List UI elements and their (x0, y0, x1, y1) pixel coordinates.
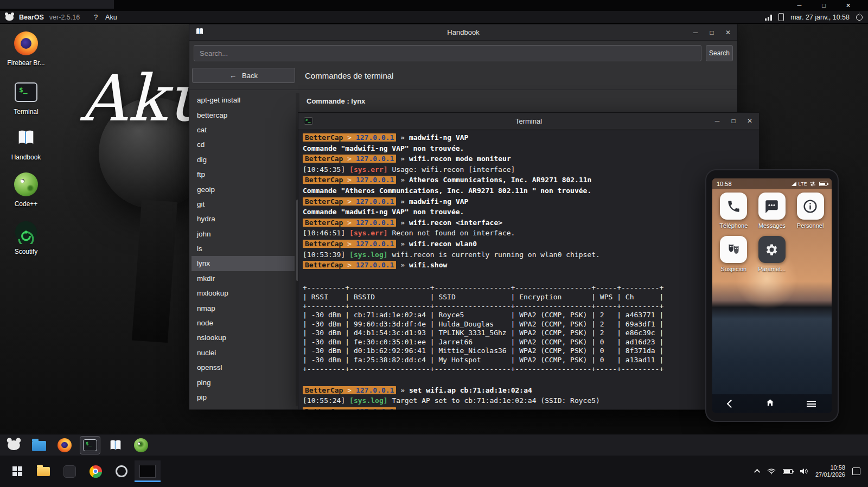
bettercap-prompt: BetterCap > 127.0.0.1 (303, 240, 396, 248)
desktop-icon-handbook[interactable]: Handbook (4, 126, 48, 161)
terminal-line: [10:46:51] [sys.err] Recon not found on … (303, 229, 755, 240)
sidebar-item-pip[interactable]: pip (192, 390, 295, 405)
sidebar-item-nuclei[interactable]: nuclei (192, 345, 295, 360)
phone-app-messages[interactable]: Messages (753, 193, 792, 229)
bettercap-prompt: BetterCap > 127.0.0.1 (303, 219, 396, 227)
home-icon[interactable] (765, 398, 775, 410)
sidebar-item-geoip[interactable]: geoip (192, 182, 295, 196)
host-taskbar: 10:58 27/01/2026 (0, 456, 868, 487)
app-label: Téléphone (719, 222, 748, 229)
phone-app-grid: Téléphone Messages Personnel (714, 193, 829, 279)
handbook-search-button[interactable]: Search (706, 45, 733, 61)
dock-firebear[interactable] (54, 436, 75, 454)
handbook-search-input[interactable] (194, 45, 701, 61)
taskbar-active-window[interactable] (135, 460, 161, 482)
power-icon[interactable] (856, 14, 863, 21)
help-menu[interactable]: ? (94, 14, 98, 21)
terminal-line: BetterCap > 127.0.0.1 » wifi.recon wlan0 (303, 240, 755, 251)
terminal-icon (15, 82, 37, 102)
tray-expand-chevron-icon[interactable] (754, 469, 760, 475)
sidebar-item-cd[interactable]: cd (192, 137, 295, 152)
terminal-line: BetterCap > 127.0.0.1 » madwifi-ng VAP (303, 197, 755, 208)
chrome-icon (90, 465, 102, 478)
action-center-icon[interactable] (852, 467, 860, 475)
menu-icon[interactable] (807, 401, 816, 407)
sidebar-item-openssl[interactable]: openssl (192, 360, 295, 375)
maximize-icon[interactable]: □ (708, 29, 716, 36)
terminal-app-icon (304, 117, 313, 125)
os-version: ver-2.5.16 (49, 14, 80, 21)
os-name[interactable]: BearOS (19, 14, 44, 21)
terminal-line: BetterCap > 127.0.0.1 » madwifi-ng VAP (303, 133, 755, 144)
host-minimize-button[interactable]: ─ (787, 0, 812, 11)
app-label: Suspicion (720, 266, 746, 272)
dark-app-icon (63, 465, 76, 478)
host-maximize-button[interactable]: □ (812, 0, 836, 11)
sidebar-item-git[interactable]: git (192, 197, 295, 212)
sidebar-item-nslookup[interactable]: nslookup (192, 330, 295, 345)
dock-bearos-menu[interactable] (3, 436, 24, 454)
terminal-titlebar[interactable]: Terminal ─ □ ✕ (298, 113, 759, 130)
bettercap-prompt: BetterCap > 127.0.0.1 (303, 197, 396, 206)
sidebar-item-ls[interactable]: ls (192, 241, 295, 256)
dock-handbook[interactable] (105, 436, 126, 454)
sidebar-item-node[interactable]: node (192, 316, 295, 330)
sidebar-item-lynx[interactable]: lynx (192, 256, 295, 271)
chameleon-icon (14, 172, 38, 196)
back-chevron-icon[interactable] (727, 399, 736, 408)
maximize-icon[interactable]: □ (730, 117, 737, 125)
sidebar-item-bettercap[interactable]: bettercap (192, 107, 295, 122)
sidebar-item-john[interactable]: john (192, 227, 295, 241)
taskbar-clock[interactable]: 10:58 27/01/2026 (815, 464, 845, 478)
active-app-name[interactable]: Aku (105, 14, 117, 21)
sidebar-item-apt-get-install[interactable]: apt-get install (192, 93, 295, 107)
dock-terminal[interactable] (80, 436, 100, 454)
dock-file-manager[interactable] (29, 436, 49, 454)
sidebar-item-nmap[interactable]: nmap (192, 300, 295, 315)
taskbar-date: 27/01/2026 (815, 471, 845, 478)
connected-phone-icon[interactable] (778, 13, 784, 21)
sidebar-item-cat[interactable]: cat (192, 123, 295, 137)
minimize-icon[interactable]: ─ (713, 117, 721, 125)
desktop-icon-label: Code++ (15, 200, 38, 208)
desktop-icon-terminal[interactable]: Terminal (4, 80, 48, 116)
minimize-icon[interactable]: ─ (692, 29, 699, 36)
terminal-output[interactable]: BetterCap > 127.0.0.1 » madwifi-ng VAPCo… (298, 130, 759, 409)
back-button[interactable]: ← Back (192, 68, 295, 83)
sidebar-item-hydra[interactable]: hydra (192, 212, 295, 226)
sidebar-item-ftp[interactable]: ftp (192, 167, 295, 182)
desktop-icon-firebear[interactable]: Firebear Br... (4, 31, 48, 67)
start-button[interactable] (4, 460, 30, 482)
battery-icon[interactable] (783, 469, 793, 474)
handbook-app-icon (195, 27, 205, 39)
taskbar-chrome[interactable] (82, 460, 108, 482)
taskbar-browser-ring[interactable] (108, 460, 135, 482)
cellular-signal-icon[interactable] (765, 14, 772, 21)
terminal-line: BetterCap > 127.0.0.1 » wifi.show (303, 261, 755, 272)
wifi-icon[interactable] (767, 468, 776, 475)
sidebar-item-mkdir[interactable]: mkdir (192, 271, 295, 286)
phone-app-telephone[interactable]: Téléphone (714, 193, 753, 229)
desktop-icon-scoutify[interactable]: Scoutify (4, 220, 48, 255)
phone-app-suspicion[interactable]: Suspicion (714, 236, 753, 272)
phone-app-personnel[interactable]: Personnel (791, 193, 829, 229)
vm-menubar: BearOS ver-2.5.16 ? Aku mar. 27 janv., 1… (0, 11, 868, 24)
close-icon[interactable]: ✕ (724, 29, 732, 36)
volume-icon[interactable] (800, 468, 808, 475)
screen: Aku Firebear Br... Terminal Handbook Cod… (0, 0, 868, 487)
desktop-icon-codeplusplus[interactable]: Code++ (4, 172, 48, 208)
dock-codeplusplus[interactable] (131, 436, 151, 454)
handbook-titlebar[interactable]: Handbook ─ □ ✕ (189, 24, 737, 41)
sidebar-item-ping[interactable]: ping (192, 375, 295, 389)
menubar-clock[interactable]: mar. 27 janv., 10:58 (790, 14, 850, 21)
file-explorer-button[interactable] (30, 460, 56, 482)
gear-icon (758, 236, 786, 263)
host-window-tab[interactable] (0, 0, 114, 9)
host-close-button[interactable]: ✕ (836, 0, 860, 11)
sidebar-item-dig[interactable]: dig (192, 152, 295, 167)
taskbar-app-dark[interactable] (56, 460, 82, 482)
phone-app-parametres[interactable]: Paramèt... (753, 236, 792, 272)
close-icon[interactable]: ✕ (746, 117, 754, 125)
sidebar-item-mxlookup[interactable]: mxlookup (192, 286, 295, 300)
bearos-logo-icon[interactable] (5, 14, 14, 21)
